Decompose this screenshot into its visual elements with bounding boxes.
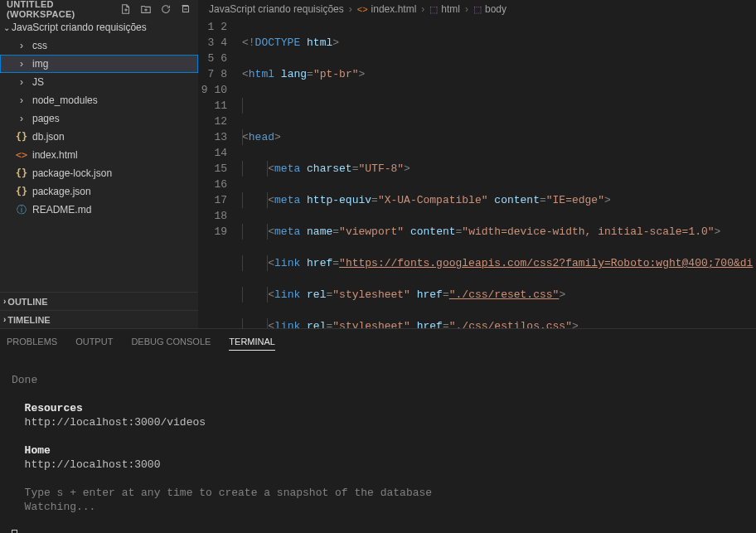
file-index-html[interactable]: <>index.html bbox=[0, 146, 198, 164]
terminal-line: http://localhost:3000/videos bbox=[25, 416, 206, 429]
breadcrumb-file[interactable]: <>index.html bbox=[357, 3, 417, 15]
terminal-line: Resources bbox=[25, 402, 83, 414]
bottom-panel: PROBLEMS OUTPUT DEBUG CONSOLE TERMINAL D… bbox=[0, 328, 756, 533]
chevron-right-icon: › bbox=[15, 113, 28, 124]
json-icon: {} bbox=[15, 186, 28, 197]
chevron-right-icon: › bbox=[15, 58, 28, 70]
folder-js[interactable]: ›JS bbox=[0, 73, 198, 91]
file-package-lock-json[interactable]: {}package-lock.json bbox=[0, 164, 198, 182]
refresh-icon[interactable] bbox=[160, 3, 172, 15]
project-name-label: JavaScript criando requisições bbox=[12, 22, 147, 33]
chevron-right-icon: › bbox=[15, 76, 28, 88]
chevron-right-icon: › bbox=[3, 297, 6, 306]
tab-terminal[interactable]: TERMINAL bbox=[229, 337, 275, 351]
terminal-cursor bbox=[12, 530, 17, 533]
panel-tabs: PROBLEMS OUTPUT DEBUG CONSOLE TERMINAL bbox=[0, 329, 756, 352]
breadcrumbs: JavaScript criando requisições › <>index… bbox=[199, 0, 756, 18]
explorer-header: UNTITLED (WORKSPACE) bbox=[0, 0, 198, 18]
chevron-right-icon: › bbox=[15, 94, 28, 106]
chevron-right-icon: › bbox=[15, 40, 28, 51]
html-icon: <> bbox=[15, 149, 28, 161]
tab-output[interactable]: OUTPUT bbox=[75, 337, 113, 350]
terminal-line: http://localhost:3000 bbox=[25, 458, 161, 471]
editor-area: JavaScript criando requisições › <>index… bbox=[199, 0, 756, 328]
workspace-title: UNTITLED (WORKSPACE) bbox=[7, 0, 120, 19]
new-file-icon[interactable] bbox=[120, 3, 132, 15]
collapse-all-icon[interactable] bbox=[180, 3, 191, 15]
info-icon: ⓘ bbox=[15, 203, 28, 217]
folder-css[interactable]: ›css bbox=[0, 36, 198, 55]
code-content[interactable]: <!DOCTYPE html> <html lang="pt-br"> <hea… bbox=[242, 18, 756, 328]
breadcrumb-folder[interactable]: JavaScript criando requisições bbox=[209, 3, 344, 15]
chevron-right-icon: › bbox=[349, 3, 352, 15]
chevron-right-icon: › bbox=[421, 3, 424, 15]
file-readme-md[interactable]: ⓘREADME.md bbox=[0, 201, 198, 219]
json-icon: {} bbox=[15, 167, 28, 179]
chevron-right-icon: › bbox=[465, 3, 468, 15]
breadcrumb-html[interactable]: ⬚html bbox=[429, 3, 460, 15]
terminal-output[interactable]: Done Resources http://localhost:3000/vid… bbox=[0, 352, 756, 533]
symbol-icon: ⬚ bbox=[429, 4, 438, 15]
folder-img[interactable]: ›img bbox=[0, 55, 198, 73]
terminal-line: Home bbox=[25, 444, 51, 457]
chevron-down-icon: ⌄ bbox=[3, 23, 10, 32]
file-db-json[interactable]: {}db.json bbox=[0, 128, 198, 146]
json-icon: {} bbox=[15, 131, 28, 143]
explorer-sidebar: UNTITLED (WORKSPACE) ⌄ JavaScript criand… bbox=[0, 0, 199, 328]
new-folder-icon[interactable] bbox=[140, 3, 152, 15]
project-root[interactable]: ⌄ JavaScript criando requisições bbox=[0, 18, 198, 36]
folder-pages[interactable]: ›pages bbox=[0, 109, 198, 128]
folder-node-modules[interactable]: ›node_modules bbox=[0, 91, 198, 109]
symbol-icon: ⬚ bbox=[473, 4, 482, 15]
file-tree: ›css ›img ›JS ›node_modules ›pages {}db.… bbox=[0, 36, 198, 292]
file-package-json[interactable]: {}package.json bbox=[0, 182, 198, 201]
html-icon: <> bbox=[357, 4, 368, 14]
breadcrumb-body[interactable]: ⬚body bbox=[473, 3, 506, 15]
outline-section[interactable]: ›OUTLINE bbox=[0, 292, 198, 310]
tab-problems[interactable]: PROBLEMS bbox=[7, 337, 57, 350]
terminal-line: Watching... bbox=[25, 501, 96, 513]
terminal-line: Done bbox=[12, 374, 37, 386]
code-editor[interactable]: 1 2 3 4 5 6 7 8 9 10 11 12 13 14 15 16 1… bbox=[199, 18, 756, 328]
line-gutter: 1 2 3 4 5 6 7 8 9 10 11 12 13 14 15 16 1… bbox=[199, 18, 242, 328]
terminal-line: Type s + enter at any time to create a s… bbox=[25, 487, 432, 499]
chevron-right-icon: › bbox=[3, 315, 6, 324]
tab-debug-console[interactable]: DEBUG CONSOLE bbox=[131, 337, 211, 350]
timeline-section[interactable]: ›TIMELINE bbox=[0, 310, 198, 328]
